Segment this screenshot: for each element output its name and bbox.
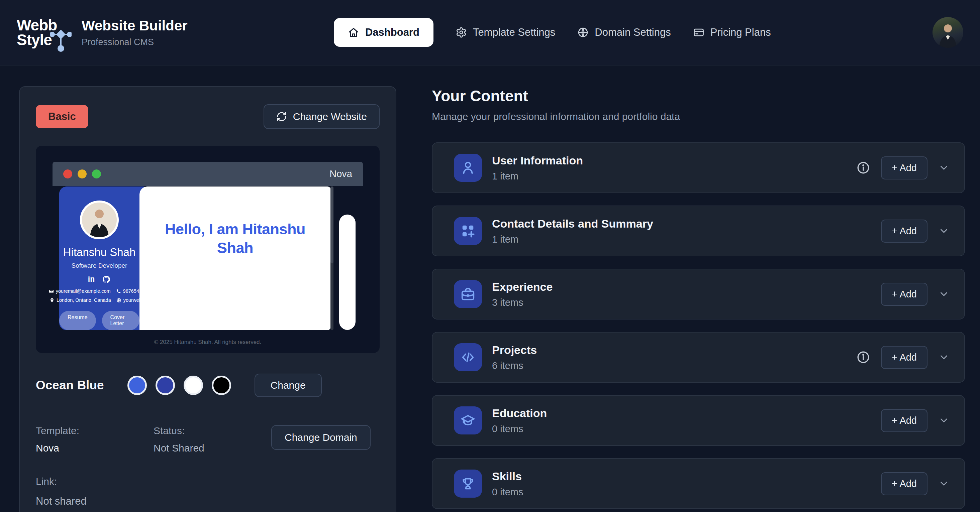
add-button[interactable]: + Add (881, 220, 928, 243)
section-count: 3 items (492, 297, 552, 308)
change-website-label: Change Website (293, 111, 367, 122)
preview-scrollbar-thumb (331, 187, 334, 263)
profile-photo (80, 201, 119, 239)
page-title: Your Content (432, 87, 965, 105)
profile-role: Software Developer (72, 262, 127, 269)
gear-icon (455, 27, 467, 38)
website-preview: Nova Hitanshu Shah Software Develo (36, 146, 380, 353)
nav-pricing-plans[interactable]: Pricing Plans (693, 26, 771, 38)
profile-name: Hitanshu Shah (63, 246, 135, 259)
site-nav-rail (339, 214, 356, 330)
info-icon[interactable] (856, 161, 870, 175)
main-nav: Dashboard Template Settings Domain Setti… (188, 18, 917, 47)
nav-domain-settings[interactable]: Domain Settings (577, 26, 671, 38)
app-subtitle: Professional CMS (82, 37, 188, 48)
site-hero: Hello, I am Hitanshu Shah (140, 187, 331, 330)
add-button[interactable]: + Add (881, 346, 928, 369)
rail-icon (344, 248, 351, 256)
traffic-light-yellow-icon (78, 170, 87, 179)
browser-title: Nova (329, 168, 352, 179)
chevron-down-icon[interactable] (938, 352, 950, 363)
nav-dashboard[interactable]: Dashboard (334, 18, 433, 47)
resume-button: Resume (59, 311, 96, 330)
cover-letter-button: Cover Letter (102, 311, 140, 330)
rail-icon (344, 288, 351, 296)
theme-name: Ocean Blue (36, 378, 104, 392)
section-title: Skills (492, 470, 523, 483)
chevron-down-icon[interactable] (938, 288, 950, 300)
change-theme-button[interactable]: Change (255, 374, 322, 397)
link-block: Link: Not shared (36, 476, 380, 507)
chevron-down-icon[interactable] (938, 162, 950, 173)
section-icon-tile (454, 469, 482, 498)
chevron-down-icon[interactable] (938, 478, 950, 489)
website-panel: Basic Change Website Nova (19, 86, 396, 512)
section-icon-tile (454, 280, 482, 308)
add-button[interactable]: + Add (881, 472, 928, 495)
nav-template-settings[interactable]: Template Settings (455, 26, 555, 38)
section-title: Experience (492, 281, 552, 293)
website-globe-icon (116, 298, 121, 303)
rail-icon (344, 235, 351, 243)
section-count: 0 items (492, 423, 547, 434)
site-sidebar: Hitanshu Shah Software Developer in your… (59, 187, 150, 330)
color-swatch[interactable] (184, 376, 203, 395)
change-domain-button[interactable]: Change Domain (271, 425, 371, 450)
home-icon (348, 27, 359, 38)
template-label: Template: (36, 425, 154, 436)
add-button[interactable]: + Add (881, 156, 928, 179)
nav-label: Dashboard (365, 26, 419, 38)
phone-icon (116, 289, 121, 294)
profile-location: London, Ontario, Canada (57, 298, 111, 303)
add-button[interactable]: + Add (881, 409, 928, 432)
link-value: Not shared (36, 495, 380, 507)
rail-icon (344, 315, 351, 323)
site-footer-text: © 2025 Hitanshu Shah. All rights reserve… (52, 339, 363, 346)
status-label: Status: (154, 425, 271, 436)
traffic-light-red-icon (63, 170, 72, 179)
nav-label: Domain Settings (595, 26, 671, 38)
profile-email: youremail@example.com (56, 288, 111, 294)
add-button[interactable]: + Add (881, 283, 928, 306)
section-icon-tile (454, 406, 482, 434)
main-layout: Basic Change Website Nova (0, 65, 980, 512)
section-title: Projects (492, 344, 537, 357)
traffic-light-green-icon (92, 170, 101, 179)
refresh-icon (276, 111, 287, 122)
chevron-down-icon[interactable] (938, 415, 950, 426)
location-pin-icon (49, 298, 54, 303)
color-swatch[interactable] (127, 376, 147, 395)
logo-line2: Style (17, 31, 52, 48)
nav-label: Template Settings (473, 26, 555, 38)
section-card: Contact Details and Summary 1 item + Add (432, 206, 965, 256)
chevron-down-icon[interactable] (938, 225, 950, 237)
nav-label: Pricing Plans (710, 26, 771, 38)
status-value: Not Shared (154, 442, 271, 454)
section-count: 6 items (492, 360, 537, 371)
plan-badge: Basic (36, 105, 88, 128)
brand-text: Website Builder Professional CMS (82, 18, 188, 48)
logo-circuit-icon (50, 22, 72, 52)
section-count: 1 item (492, 234, 653, 245)
link-label: Link: (36, 476, 380, 487)
section-cards: User Information 1 item + Add Contact De… (432, 143, 965, 509)
change-website-button[interactable]: Change Website (264, 104, 380, 129)
rail-icon (344, 275, 351, 283)
linkedin-icon: in (88, 275, 95, 284)
section-card: Education 0 items + Add (432, 395, 965, 446)
section-title: Education (492, 407, 547, 420)
user-avatar[interactable] (932, 17, 963, 48)
rail-icon (344, 222, 351, 229)
info-icon[interactable] (856, 350, 870, 364)
theme-swatches (127, 376, 231, 395)
site-meta: Template: Nova Status: Not Shared Change… (36, 425, 380, 454)
content-section: Your Content Manage your professional in… (432, 86, 965, 509)
mail-icon (49, 289, 54, 294)
section-icon-tile (454, 154, 482, 182)
color-swatch[interactable] (156, 376, 175, 395)
site-thumbnail: Hitanshu Shah Software Developer in your… (59, 186, 356, 330)
credit-card-icon (693, 27, 705, 38)
color-swatch[interactable] (212, 376, 231, 395)
theme-row: Ocean Blue Change (36, 374, 380, 397)
section-count: 0 items (492, 487, 523, 498)
